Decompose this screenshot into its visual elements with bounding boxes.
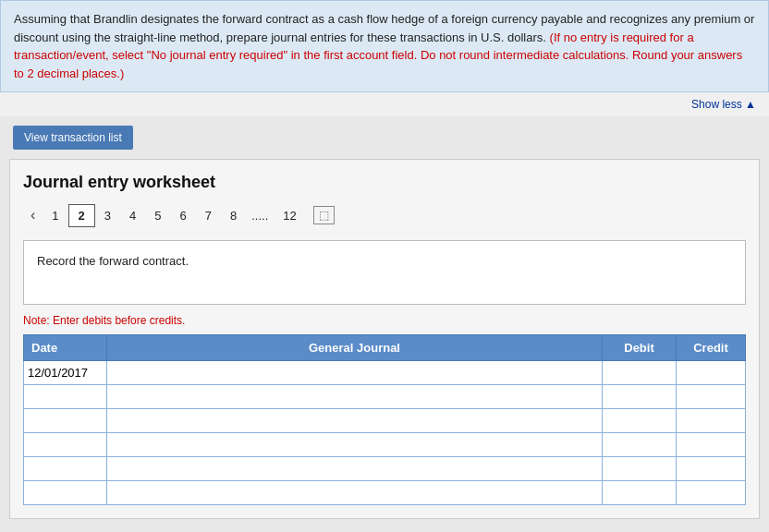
date-cell-2: [24, 385, 107, 409]
journal-input-1[interactable]: [111, 363, 598, 383]
credit-cell-2[interactable]: [677, 385, 746, 409]
instructions-box: Assuming that Brandlin designates the fo…: [0, 0, 769, 92]
journal-cell-1[interactable]: [107, 361, 603, 385]
debit-input-1[interactable]: [606, 363, 672, 383]
journal-cell-6[interactable]: [107, 481, 603, 505]
journal-cell-3[interactable]: [107, 409, 603, 433]
journal-cell-2[interactable]: [107, 385, 603, 409]
credit-input-6[interactable]: [680, 483, 741, 503]
journal-table: Date General Journal Debit Credit 12/01/…: [23, 334, 746, 505]
debit-input-3[interactable]: [606, 411, 672, 431]
table-row: [24, 457, 746, 481]
debit-input-5[interactable]: [606, 459, 672, 479]
record-description-box: Record the forward contract.: [23, 240, 746, 305]
credit-input-3[interactable]: [680, 411, 741, 431]
credit-input-5[interactable]: [680, 459, 741, 479]
page-ellipsis: .....: [246, 205, 274, 226]
page-5-button[interactable]: 5: [145, 205, 170, 226]
pagination-bar: ‹ 1 2 3 4 5 6 7 8 ..... 12 ⬚: [23, 203, 746, 227]
table-row: [24, 409, 746, 433]
show-less-link[interactable]: Show less ▲: [691, 98, 756, 111]
debit-cell-1[interactable]: [603, 361, 677, 385]
journal-input-2[interactable]: [111, 387, 598, 407]
page-3-button[interactable]: 3: [95, 205, 120, 226]
credit-cell-5[interactable]: [677, 457, 746, 481]
date-cell-3: [24, 409, 107, 433]
debit-input-6[interactable]: [606, 483, 672, 503]
journal-input-6[interactable]: [111, 483, 598, 503]
date-cell-1: 12/01/2017: [24, 361, 107, 385]
expand-icon[interactable]: ⬚: [313, 206, 335, 224]
table-row: [24, 481, 746, 505]
date-cell-4: [24, 433, 107, 457]
record-text: Record the forward contract.: [37, 254, 189, 268]
table-row: 12/01/2017: [24, 361, 746, 385]
journal-input-5[interactable]: [111, 459, 598, 479]
col-header-general-journal: General Journal: [107, 335, 603, 361]
table-row: [24, 433, 746, 457]
credit-cell-3[interactable]: [677, 409, 746, 433]
col-header-credit: Credit: [677, 335, 746, 361]
prev-page-button[interactable]: ‹: [23, 203, 43, 227]
worksheet-title: Journal entry worksheet: [23, 173, 746, 192]
credit-input-2[interactable]: [680, 387, 741, 407]
credit-input-1[interactable]: [680, 363, 741, 383]
page-4-button[interactable]: 4: [120, 205, 145, 226]
date-cell-5: [24, 457, 107, 481]
col-header-date: Date: [24, 335, 107, 361]
credit-cell-6[interactable]: [677, 481, 746, 505]
journal-input-4[interactable]: [111, 435, 598, 455]
note-text: Note: Enter debits before credits.: [23, 314, 746, 327]
page-1-button[interactable]: 1: [43, 205, 67, 226]
debit-cell-2[interactable]: [603, 385, 677, 409]
col-header-debit: Debit: [603, 335, 677, 361]
date-cell-6: [24, 481, 107, 505]
view-transaction-button[interactable]: View transaction list: [13, 126, 133, 150]
credit-input-4[interactable]: [680, 435, 741, 455]
page-8-button[interactable]: 8: [221, 205, 246, 226]
journal-entry-worksheet: Journal entry worksheet ‹ 1 2 3 4 5 6 7 …: [9, 159, 760, 519]
journal-cell-4[interactable]: [107, 433, 603, 457]
credit-cell-1[interactable]: [677, 361, 746, 385]
show-less-bar[interactable]: Show less ▲: [0, 92, 769, 116]
table-row: [24, 385, 746, 409]
page-12-button[interactable]: 12: [274, 205, 305, 226]
page-6-button[interactable]: 6: [171, 205, 196, 226]
page-7-button[interactable]: 7: [196, 205, 221, 226]
debit-cell-4[interactable]: [603, 433, 677, 457]
credit-cell-4[interactable]: [677, 433, 746, 457]
debit-cell-5[interactable]: [603, 457, 677, 481]
debit-cell-3[interactable]: [603, 409, 677, 433]
journal-cell-5[interactable]: [107, 457, 603, 481]
journal-input-3[interactable]: [111, 411, 598, 431]
debit-cell-6[interactable]: [603, 481, 677, 505]
debit-input-2[interactable]: [606, 387, 672, 407]
debit-input-4[interactable]: [606, 435, 672, 455]
page-2-button[interactable]: 2: [68, 204, 95, 227]
